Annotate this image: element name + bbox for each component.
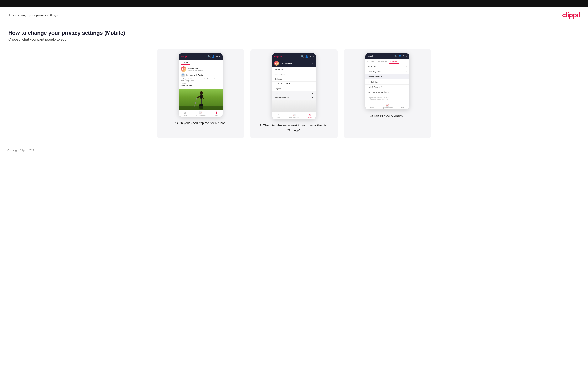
settings-item-mygolfbag: My Golf Bag ›: [365, 79, 409, 85]
user-icon-3: 👤: [398, 55, 401, 57]
home-icon-1: ⌂: [184, 111, 186, 114]
step-3-description: 3) Tap 'Privacy Controls'.: [370, 113, 405, 118]
menu-item-logout: Logout: [272, 86, 316, 91]
header-title: How to change your privacy settings: [8, 13, 58, 17]
menu-section-performance-label: My Performance: [275, 96, 289, 99]
performance-tab-3: 📈 My Performance: [382, 104, 393, 108]
settings-mygolfbag-chevron: ›: [406, 81, 407, 83]
tab-connections: Connections: [376, 59, 389, 64]
home-icon-2: ⌂: [277, 114, 279, 117]
top-bar: [0, 0, 588, 8]
performance-icon-3: 📈: [386, 104, 389, 107]
performance-label-1: My Performance: [196, 114, 206, 116]
menu-user-left: BM Blair McHarg: [274, 61, 292, 66]
user-icon-2: 👤: [305, 55, 308, 58]
settings-privacycontrols-label: Privacy Controls: [368, 76, 382, 78]
menu-chevron-up: ▲: [312, 62, 314, 65]
performance-label-2: My Performance: [289, 117, 299, 118]
settings-item-dataintegrations: Data Integrations ›: [365, 69, 409, 74]
settings-item-privacycontrols: Privacy Controls ›: [365, 74, 409, 79]
feed-user-sub: Yesterday · Sunningdale: [188, 69, 203, 71]
performance-label-3: My Performance: [382, 107, 393, 108]
feed-user-info: Blair McHarg Yesterday · Sunningdale: [188, 67, 203, 71]
menu-user-row: BM Blair McHarg ▲: [272, 60, 316, 67]
phone-bottom-bar-3: ⌂ Home 📈 My Performance ☰ Menu: [365, 102, 409, 109]
feed-duration: Duration: [181, 83, 221, 84]
phone-bottom-bar-2: ⌂ Home 📈 My Performance ✕ Menu: [272, 112, 316, 119]
lesson-icon: 👤: [181, 73, 185, 77]
step-3-phone: < Back 🔍 👤 ⊕ ▾ My Profile Connections Se…: [365, 53, 409, 109]
menu-item-settings: Settings: [272, 77, 316, 82]
phone-navbar-2: clippd 🔍 👤 ⊕ ▾: [272, 53, 316, 60]
step-2-phone: clippd 🔍 👤 ⊕ ▾ BM Blair McHarg ▲: [272, 53, 316, 119]
search-icon-1: 🔍: [208, 55, 211, 58]
settings-item-myaccount: My Account ›: [365, 64, 409, 69]
feed-content: BM Blair McHarg Yesterday · Sunningdale …: [179, 65, 223, 89]
phone-nav-icons-2: 🔍 👤 ⊕ ▾: [301, 55, 314, 58]
chevron-icon-3: ▾: [406, 55, 407, 57]
step-1-card: clippd 🔍 👤 ⊕ ▾ Feed BM: [157, 49, 244, 138]
step-3-card: < Back 🔍 👤 ⊕ ▾ My Profile Connections Se…: [344, 49, 431, 138]
header: How to change your privacy settings clip…: [0, 8, 588, 21]
phone-nav-icons-1: 🔍 👤 ⊕ ▾: [208, 55, 221, 58]
search-icon-3: 🔍: [394, 55, 397, 57]
version-line1: Clippd Client Version: 2022.8.3-3: [368, 97, 407, 99]
performance-icon-1: 📈: [199, 111, 202, 114]
menu-item-connections: Connections: [272, 72, 316, 77]
phone-tabs-row: My Profile Connections Settings: [365, 59, 409, 64]
menu-section-home-chevron: ▾: [312, 92, 313, 94]
golf-image-1: [179, 89, 223, 110]
home-tab-3: ⌂ Home: [370, 104, 373, 108]
step-1-description: 1) On your Feed, tap the 'Menu' icon.: [175, 121, 226, 125]
version-line2: GQL Server Version: 2022.7.30-1: [368, 99, 407, 101]
feed-lesson-title: Lesson with Fordy: [186, 74, 203, 76]
performance-tab-2: 📈 My Performance: [289, 114, 299, 118]
menu-tab-3: ☰ Menu: [401, 104, 405, 108]
main-content: How to change your privacy settings (Mob…: [0, 21, 588, 142]
performance-icon-2: 📈: [293, 114, 296, 117]
menu-item-help: Help & Support ↗: [272, 82, 316, 86]
svg-point-0: [200, 91, 203, 94]
settings-myaccount-label: My Account: [368, 65, 377, 67]
home-tab-1: ⌂ Home: [183, 111, 187, 116]
feed-avatar: BM: [181, 66, 186, 72]
home-tab-2: ⌂ Home: [276, 114, 280, 118]
svg-line-7: [194, 98, 197, 107]
settings-myaccount-chevron: ›: [406, 65, 407, 67]
performance-tab-1: 📈 My Performance: [196, 111, 206, 116]
page-heading: How to change your privacy settings (Mob…: [8, 30, 580, 36]
footer-copyright: Copyright Clippd 2022: [8, 149, 34, 152]
chevron-icon-1: ▾: [219, 55, 221, 58]
phone-logo-1: clippd: [181, 55, 188, 58]
settings-dataintegrations-label: Data Integrations: [368, 70, 381, 73]
home-label-1: Home: [183, 114, 187, 116]
version-text: Clippd Client Version: 2022.8.3-3 GQL Se…: [365, 95, 409, 102]
home-label-3: Home: [370, 107, 373, 108]
phone-logo-2: clippd: [274, 55, 282, 58]
tab-myprofile: My Profile: [365, 59, 376, 64]
settings-icon-1: ⊕: [216, 55, 218, 58]
settings-item-privacy-policy: Service & Privacy Policy ↗: [365, 90, 409, 95]
step-2-card: clippd 🔍 👤 ⊕ ▾ BM Blair McHarg ▲: [250, 49, 338, 138]
menu-section-performance-chevron: ▾: [312, 96, 313, 99]
menu-tab-1: ☰ Menu: [215, 111, 218, 116]
phone-back-bar: < Back 🔍 👤 ⊕ ▾: [365, 53, 409, 59]
step-1-phone: clippd 🔍 👤 ⊕ ▾ Feed BM: [179, 53, 223, 117]
settings-mygolfbag-label: My Golf Bag: [368, 81, 378, 83]
back-label: < Back: [367, 55, 373, 57]
page-subheading: Choose what you want people to see: [8, 37, 580, 42]
menu-icon-1: ☰: [215, 111, 218, 114]
settings-dataintegrations-chevron: ›: [406, 70, 407, 73]
menu-tab-2: ✕ Menu: [308, 114, 312, 118]
feed-user-row: BM Blair McHarg Yesterday · Sunningdale: [181, 66, 221, 72]
settings-item-help: Help & Support ↗: [365, 85, 409, 90]
phone-bottom-bar-1: ⌂ Home 📈 My Performance ☰ Menu: [179, 110, 223, 117]
menu-section-home: Home ▾: [272, 91, 316, 95]
tab-settings: Settings: [389, 59, 399, 64]
logo: clippd: [562, 11, 580, 19]
menu-icon-3: ☰: [402, 104, 404, 107]
feed-duration-value: 01 hr : 30 min: [181, 85, 221, 87]
search-icon-2: 🔍: [301, 55, 304, 58]
settings-icon-3: ⊕: [403, 55, 405, 57]
svg-rect-4: [200, 99, 202, 104]
